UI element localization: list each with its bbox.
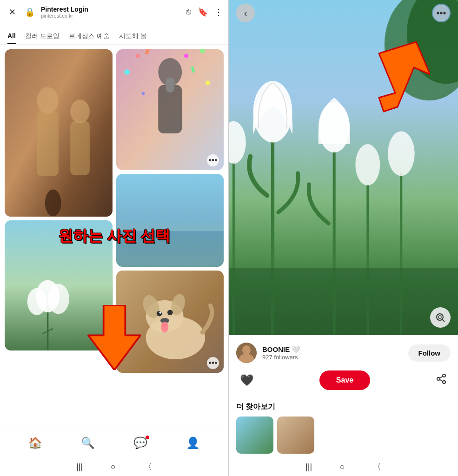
nav-profile[interactable]: 👤 bbox=[186, 436, 200, 450]
svg-point-5 bbox=[70, 99, 90, 123]
pin-card-concert[interactable]: ••• bbox=[116, 49, 224, 170]
pin-image-area[interactable]: ‹ ••• bbox=[229, 0, 458, 335]
pin-dots-dog[interactable]: ••• bbox=[207, 357, 219, 369]
left-phone: ✕ 🔒 Pinterest Login pinterest.co.kr ⎋ 🔖 … bbox=[0, 0, 229, 476]
more-icon[interactable]: ⋮ bbox=[214, 7, 223, 17]
browser-title: Pinterest Login bbox=[41, 6, 181, 13]
browser-url: pinterest.co.kr bbox=[41, 13, 181, 19]
svg-point-53 bbox=[437, 314, 443, 320]
back-btn[interactable]: 〈 bbox=[144, 461, 152, 472]
recent-apps-btn-right[interactable]: ||| bbox=[305, 462, 312, 472]
user-avatar[interactable] bbox=[236, 343, 257, 363]
svg-rect-25 bbox=[166, 78, 174, 93]
svg-point-37 bbox=[161, 322, 168, 332]
svg-point-34 bbox=[167, 310, 173, 316]
home-icon: 🏠 bbox=[28, 436, 42, 450]
save-button[interactable]: Save bbox=[319, 370, 370, 390]
pin-dots-tulip[interactable]: ••• bbox=[96, 335, 108, 347]
lens-button[interactable] bbox=[430, 307, 451, 328]
svg-point-7 bbox=[45, 190, 61, 217]
pin-card-dog[interactable]: ••• bbox=[116, 271, 224, 373]
recent-apps-btn[interactable]: ||| bbox=[76, 462, 83, 472]
top-nav-right: ‹ ••• bbox=[229, 0, 458, 26]
svg-point-21 bbox=[184, 54, 188, 58]
user-row: BOONIE 🤍 927 followers Follow bbox=[236, 343, 451, 363]
svg-line-54 bbox=[442, 319, 445, 322]
nav-messages[interactable]: 💬 bbox=[133, 436, 147, 450]
pin-card-ocean[interactable] bbox=[116, 174, 224, 267]
comment-icon[interactable]: 🖤 bbox=[240, 374, 254, 387]
browser-actions: ⎋ 🔖 ⋮ bbox=[186, 7, 223, 17]
home-btn-right[interactable]: ○ bbox=[340, 462, 345, 472]
nav-search[interactable]: 🔍 bbox=[81, 436, 95, 450]
pin-grid-area: 원하는 사진 선택 bbox=[0, 45, 228, 428]
back-button[interactable]: ‹ bbox=[236, 4, 255, 22]
svg-point-61 bbox=[443, 381, 445, 383]
svg-line-62 bbox=[440, 380, 443, 382]
notification-dot bbox=[146, 436, 149, 439]
svg-point-20 bbox=[206, 80, 210, 85]
svg-point-3 bbox=[37, 87, 58, 114]
more-thumbs bbox=[236, 416, 451, 454]
more-thumb-2[interactable] bbox=[277, 416, 314, 454]
svg-point-35 bbox=[159, 311, 161, 314]
sys-nav-right: ||| ○ 〈 bbox=[229, 457, 458, 476]
home-btn[interactable]: ○ bbox=[111, 462, 116, 472]
svg-rect-4 bbox=[37, 112, 58, 176]
share-icon[interactable]: ⎋ bbox=[186, 7, 191, 17]
pin-col-right: ••• bbox=[116, 49, 224, 428]
svg-rect-6 bbox=[70, 121, 90, 175]
more-thumb-1[interactable] bbox=[236, 416, 273, 454]
svg-point-48 bbox=[388, 131, 415, 176]
more-options-button[interactable]: ••• bbox=[432, 4, 451, 22]
lock-icon: 🔒 bbox=[23, 6, 36, 19]
browser-title-block: Pinterest Login pinterest.co.kr bbox=[41, 6, 181, 19]
nav-tabs: All 컬러 드로잉 르네상스 예술 시도해 볼 bbox=[0, 24, 228, 45]
tab-renaissance[interactable]: 르네상스 예술 bbox=[69, 32, 110, 44]
back-btn-right[interactable]: 〈 bbox=[373, 461, 381, 472]
tab-all[interactable]: All bbox=[7, 32, 16, 44]
nav-home[interactable]: 🏠 bbox=[28, 436, 42, 450]
svg-point-59 bbox=[443, 374, 445, 377]
profile-icon: 👤 bbox=[186, 436, 200, 450]
user-followers: 927 followers bbox=[262, 354, 403, 361]
svg-point-17 bbox=[135, 54, 139, 58]
sys-nav-left: ||| ○ 〈 bbox=[0, 457, 228, 476]
follow-button[interactable]: Follow bbox=[408, 344, 451, 362]
svg-point-19 bbox=[141, 92, 145, 95]
bottom-nav: 🏠 🔍 💬 👤 bbox=[0, 428, 228, 457]
bookmark-icon[interactable]: 🔖 bbox=[198, 7, 208, 17]
user-name: BOONIE 🤍 bbox=[262, 345, 403, 354]
close-icon[interactable]: ✕ bbox=[6, 6, 19, 19]
svg-point-57 bbox=[242, 345, 251, 355]
svg-point-22 bbox=[124, 69, 130, 75]
tab-try[interactable]: 시도해 볼 bbox=[119, 32, 147, 44]
svg-point-10 bbox=[27, 288, 47, 315]
svg-point-11 bbox=[48, 284, 69, 314]
more-section: 더 찾아보기 bbox=[229, 397, 458, 457]
svg-point-60 bbox=[437, 377, 440, 380]
pin-dots-concert[interactable]: ••• bbox=[207, 154, 219, 166]
browser-header: ✕ 🔒 Pinterest Login pinterest.co.kr ⎋ 🔖 … bbox=[0, 0, 228, 24]
share-icon[interactable] bbox=[436, 373, 447, 387]
info-panel: BOONIE 🤍 927 followers Follow 🖤 Save bbox=[229, 335, 458, 397]
pin-card-tulip[interactable]: ••• bbox=[5, 220, 113, 350]
svg-point-33 bbox=[156, 311, 162, 317]
svg-point-50 bbox=[355, 144, 380, 185]
svg-point-55 bbox=[438, 316, 441, 318]
svg-line-63 bbox=[440, 377, 443, 378]
pin-grid: ••• bbox=[5, 49, 224, 428]
more-title: 더 찾아보기 bbox=[236, 402, 451, 412]
svg-rect-51 bbox=[229, 268, 458, 335]
action-row: 🖤 Save bbox=[236, 369, 451, 392]
tab-color-drawing[interactable]: 컬러 드로잉 bbox=[25, 32, 60, 44]
user-info: BOONIE 🤍 927 followers bbox=[262, 345, 403, 361]
search-icon: 🔍 bbox=[81, 436, 95, 450]
right-phone: ‹ ••• bbox=[229, 0, 458, 476]
pin-card-painting[interactable] bbox=[5, 49, 113, 217]
pin-col-left: ••• bbox=[5, 49, 113, 428]
